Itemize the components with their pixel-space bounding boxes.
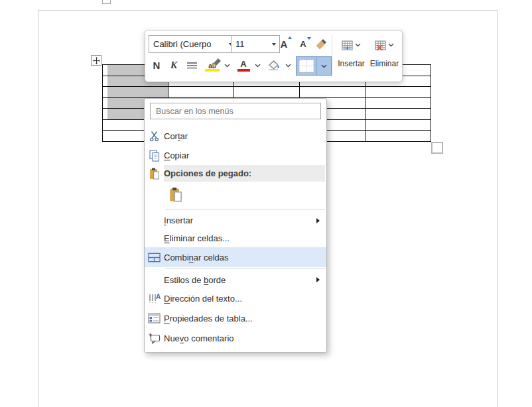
menu-item-label: Estilos de borde: [164, 275, 316, 285]
menu-item-label: Insertar: [164, 215, 316, 225]
paste-options-row: [145, 182, 326, 208]
shrink-font-button[interactable]: A: [295, 35, 312, 53]
delete-label: Eliminar: [370, 59, 399, 68]
menu-item-label: Dirección del texto...: [164, 294, 326, 304]
menu-item-label: Combinar celdas: [164, 253, 326, 262]
search-placeholder: Buscar en los menús: [156, 107, 233, 116]
text-direction-icon: A: [145, 293, 164, 304]
insert-table-icon: [342, 40, 353, 50]
table-properties-icon: [145, 313, 164, 323]
menu-item-estilos-borde[interactable]: Estilos de borde: [145, 270, 326, 289]
italic-button[interactable]: K: [166, 56, 182, 74]
no-border-icon: [299, 59, 314, 73]
table-cell[interactable]: [234, 87, 300, 98]
menu-item-copiar[interactable]: Copiar: [145, 146, 326, 165]
font-color-bar: [237, 69, 250, 72]
grow-font-icon: [288, 36, 292, 39]
font-size-select[interactable]: 11: [231, 35, 280, 53]
menu-item-combinar-celdas[interactable]: Combinar celdas: [145, 247, 326, 267]
insert-cells-toolbar-button[interactable]: Insertar: [335, 33, 367, 78]
paint-bucket-icon: [267, 60, 281, 71]
align-lines-icon: [186, 61, 198, 70]
menu-item-nuevo-comentario[interactable]: Nuevo comentario: [145, 328, 326, 348]
borders-button[interactable]: [297, 57, 317, 75]
paste-keep-formatting-button[interactable]: [165, 184, 186, 205]
mini-toolbar: Calibri (Cuerpo 11 A A N K ab: [145, 30, 403, 82]
insert-dropdown-icon: [355, 43, 361, 47]
paste-option-icon: [169, 187, 182, 202]
grow-font-letter: A: [281, 38, 288, 50]
table-cell[interactable]: [300, 87, 366, 98]
shrink-font-icon: [307, 37, 311, 40]
menu-item-cortar[interactable]: Cortar: [145, 127, 326, 146]
menu-item-direccion-texto[interactable]: A Dirección del texto...: [145, 289, 326, 308]
grow-font-button[interactable]: A: [275, 35, 293, 53]
new-comment-icon: [145, 333, 164, 344]
table-cell[interactable]: [168, 87, 234, 98]
table-cell[interactable]: [366, 98, 431, 109]
align-lines-button[interactable]: [183, 56, 200, 74]
table-move-handle[interactable]: [91, 55, 101, 66]
menu-item-label: Eliminar celdas...: [164, 233, 326, 243]
context-menu: Buscar en los menús Cortar Copiar: [144, 98, 327, 353]
toolbar-divider: [332, 35, 332, 77]
menu-item-label: Propiedades de tabla...: [164, 314, 326, 323]
table-cell[interactable]: [366, 120, 431, 131]
borders-dropdown[interactable]: [317, 57, 331, 75]
menu-item-label: Cortar: [164, 131, 326, 141]
clipboard-icon: [145, 168, 164, 180]
merge-cells-icon: [145, 253, 164, 262]
borders-split-button: [296, 56, 332, 76]
font-color-button[interactable]: A: [234, 56, 253, 74]
submenu-arrow-icon: [316, 218, 320, 223]
font-size-value: 11: [235, 39, 245, 49]
font-color-letter: A: [240, 60, 246, 68]
menu-item-opciones-pegado: Opciones de pegado:: [145, 165, 326, 182]
highlight-dropdown[interactable]: [223, 56, 232, 74]
menu-item-propiedades-tabla[interactable]: Propiedades de tabla...: [145, 308, 326, 328]
menu-item-label: Copiar: [164, 150, 326, 160]
bold-letter: N: [153, 60, 161, 71]
copy-icon: [145, 150, 164, 162]
menu-item-label: Nuevo comentario: [164, 333, 326, 343]
table-cell[interactable]: [366, 109, 431, 120]
submenu-arrow-icon: [316, 277, 320, 282]
shrink-font-letter: A: [300, 39, 306, 49]
svg-text:A: A: [156, 293, 161, 300]
font-name-select[interactable]: Calibri (Cuerpo: [149, 35, 237, 53]
delete-table-icon: [375, 40, 386, 50]
table-cell[interactable]: [366, 131, 431, 142]
menu-separator: [165, 268, 325, 269]
menu-item-label: Opciones de pegado:: [164, 168, 326, 178]
menu-search-input[interactable]: Buscar en los menús: [150, 103, 321, 119]
shading-dropdown[interactable]: [284, 56, 293, 74]
menu-separator: [165, 209, 325, 210]
table-resize-handle[interactable]: [431, 142, 443, 154]
delete-cells-toolbar-button[interactable]: Eliminar: [368, 33, 401, 78]
insert-label: Insertar: [338, 59, 365, 68]
bold-button[interactable]: N: [149, 56, 165, 74]
highlight-pen-icon: [212, 58, 221, 67]
delete-dropdown-icon: [388, 43, 394, 47]
menu-item-insertar[interactable]: Insertar: [145, 211, 326, 229]
move-arrows-icon: [93, 57, 100, 64]
menu-item-eliminar-celdas[interactable]: Eliminar celdas...: [145, 229, 326, 247]
partial-handle-square: [102, 0, 111, 4]
shading-button[interactable]: [265, 56, 283, 74]
font-name-value: Calibri (Cuerpo: [153, 39, 211, 49]
font-color-dropdown[interactable]: [253, 56, 262, 74]
cut-icon: [145, 131, 164, 142]
format-painter-button[interactable]: [313, 35, 330, 53]
format-painter-icon: [316, 38, 328, 50]
table-cell[interactable]: [366, 87, 431, 98]
text-highlight-button[interactable]: ab: [202, 56, 222, 74]
italic-letter: K: [170, 60, 177, 71]
table-cell[interactable]: [103, 87, 168, 98]
